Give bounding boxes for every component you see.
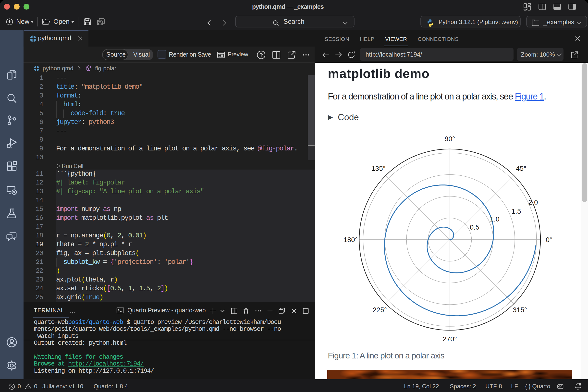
- svg-text:1.5: 1.5: [512, 208, 521, 215]
- svg-text:225°: 225°: [373, 306, 387, 314]
- svg-text:0.5: 0.5: [470, 224, 480, 231]
- svg-text:90°: 90°: [445, 135, 455, 142]
- svg-text:270°: 270°: [443, 335, 457, 343]
- svg-text:0°: 0°: [546, 236, 552, 244]
- svg-text:1.0: 1.0: [490, 215, 500, 223]
- svg-text:45°: 45°: [516, 165, 526, 172]
- svg-text:180°: 180°: [344, 236, 358, 244]
- svg-text:2.0: 2.0: [528, 198, 538, 206]
- svg-text:315°: 315°: [513, 306, 527, 314]
- svg-text:135°: 135°: [372, 165, 386, 172]
